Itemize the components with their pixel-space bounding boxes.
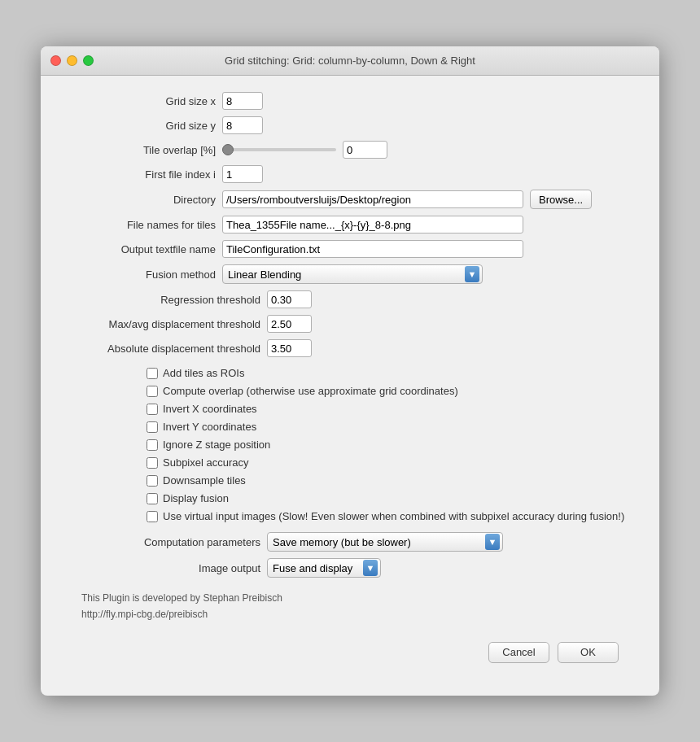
max-avg-displacement-label: Max/avg displacement threshold — [65, 318, 260, 330]
downsample-label: Downsample tiles — [163, 474, 246, 487]
checkbox-subpixel: Subpixel accuracy — [147, 456, 635, 469]
checkbox-ignore-z: Ignore Z stage position — [147, 439, 635, 451]
add-tiles-roi-checkbox[interactable] — [147, 368, 158, 379]
display-fusion-checkbox[interactable] — [147, 493, 158, 504]
fusion-method-label: Fusion method — [65, 268, 216, 281]
absolute-displacement-input[interactable]: 3.50 — [267, 339, 312, 357]
display-fusion-label: Display fusion — [163, 492, 229, 504]
invert-x-label: Invert X coordinates — [163, 403, 257, 415]
max-avg-displacement-input[interactable]: 2.50 — [267, 315, 312, 333]
browse-button[interactable]: Browse... — [530, 190, 592, 209]
computation-params-select[interactable]: Save memory (but be slower) Save computa… — [267, 532, 503, 552]
directory-row: Directory /Users/romboutversluijs/Deskto… — [65, 190, 635, 209]
checkbox-virtual-input: Use virtual input images (Slow! Even slo… — [147, 510, 635, 522]
first-file-index-label: First file index i — [65, 168, 216, 181]
tile-overlap-slider-container — [222, 141, 387, 159]
checkbox-add-tiles-roi: Add tiles as ROIs — [147, 367, 635, 379]
invert-y-label: Invert Y coordinates — [163, 421, 256, 433]
checkbox-invert-y: Invert Y coordinates — [147, 421, 635, 433]
fusion-method-row: Fusion method Linear Blending Average Me… — [65, 264, 635, 284]
first-file-index-input[interactable]: 1 — [222, 165, 263, 183]
cancel-button[interactable]: Cancel — [488, 642, 549, 663]
invert-x-checkbox[interactable] — [147, 404, 158, 415]
invert-y-checkbox[interactable] — [147, 421, 158, 433]
grid-size-x-input[interactable]: 8 — [222, 92, 263, 110]
fusion-method-select[interactable]: Linear Blending Average Median Max. Inte… — [222, 264, 483, 284]
max-avg-displacement-row: Max/avg displacement threshold 2.50 — [65, 315, 635, 333]
file-names-input[interactable]: Thea_1355File name..._{x}-{y}_8-8.png — [222, 216, 523, 234]
downsample-checkbox[interactable] — [147, 475, 158, 487]
output-textfile-row: Output textfile name TileConfiguration.t… — [65, 240, 635, 258]
image-output-row: Image output Fuse and display Write to d… — [65, 558, 635, 578]
regression-threshold-row: Regression threshold 0.30 — [65, 290, 635, 308]
titlebar: Grid stitching: Grid: column-by-column, … — [41, 46, 659, 76]
subpixel-label: Subpixel accuracy — [163, 456, 249, 469]
grid-size-y-row: Grid size y 8 — [65, 116, 635, 134]
footer-line2: http://fly.mpi-cbg.de/preibisch — [81, 607, 619, 622]
directory-label: Directory — [65, 194, 216, 206]
output-textfile-label: Output textfile name — [65, 243, 216, 255]
absolute-displacement-row: Absolute displacement threshold 3.50 — [65, 339, 635, 357]
window-title: Grid stitching: Grid: column-by-column, … — [225, 55, 475, 67]
close-button[interactable] — [50, 55, 61, 66]
computation-params-select-container: Save memory (but be slower) Save computa… — [267, 532, 503, 552]
grid-size-y-label: Grid size y — [65, 120, 216, 132]
file-names-row: File names for tiles Thea_1355File name.… — [65, 216, 635, 234]
ignore-z-checkbox[interactable] — [147, 439, 158, 451]
output-textfile-input[interactable]: TileConfiguration.txt — [222, 240, 523, 258]
ok-button[interactable]: OK — [558, 642, 619, 663]
main-window: Grid stitching: Grid: column-by-column, … — [41, 46, 659, 695]
minimize-button[interactable] — [67, 55, 77, 66]
regression-threshold-label: Regression threshold — [65, 294, 260, 306]
tile-overlap-row: Tile overlap [%] — [65, 141, 635, 159]
checkboxes-section: Add tiles as ROIs Compute overlap (other… — [147, 367, 635, 522]
compute-overlap-checkbox[interactable] — [147, 386, 158, 397]
checkbox-invert-x: Invert X coordinates — [147, 403, 635, 415]
virtual-input-checkbox[interactable] — [147, 511, 158, 522]
footer: This Plugin is developed by Stephan Prei… — [81, 591, 619, 622]
regression-threshold-input[interactable]: 0.30 — [267, 290, 312, 308]
maximize-button[interactable] — [83, 55, 94, 66]
dialog-content: Grid size x 8 Grid size y 8 Tile overlap… — [41, 76, 659, 695]
tile-overlap-label: Tile overlap [%] — [65, 144, 216, 156]
file-names-label: File names for tiles — [65, 219, 216, 231]
image-output-label: Image output — [65, 562, 260, 574]
checkbox-display-fusion: Display fusion — [147, 492, 635, 504]
grid-size-x-row: Grid size x 8 — [65, 92, 635, 110]
computation-params-label: Computation parameters — [65, 536, 260, 548]
directory-input[interactable]: /Users/romboutversluijs/Desktop/region — [222, 190, 523, 208]
footer-line1: This Plugin is developed by Stephan Prei… — [81, 591, 619, 606]
fusion-method-select-container: Linear Blending Average Median Max. Inte… — [222, 264, 483, 284]
window-controls — [50, 55, 94, 66]
grid-size-y-input[interactable]: 8 — [222, 116, 263, 134]
checkbox-downsample: Downsample tiles — [147, 474, 635, 487]
checkbox-compute-overlap: Compute overlap (otherwise use approxima… — [147, 385, 635, 397]
compute-overlap-label: Compute overlap (otherwise use approxima… — [163, 385, 458, 397]
tile-overlap-input[interactable] — [343, 141, 387, 159]
absolute-displacement-label: Absolute displacement threshold — [65, 343, 260, 355]
image-output-select-container: Fuse and display Write to disk Fuse and … — [267, 558, 381, 578]
tile-overlap-slider[interactable] — [222, 148, 336, 151]
add-tiles-roi-label: Add tiles as ROIs — [163, 367, 244, 379]
first-file-index-row: First file index i 1 — [65, 165, 635, 183]
dialog-buttons: Cancel OK — [65, 635, 635, 679]
subpixel-checkbox[interactable] — [147, 457, 158, 469]
computation-params-row: Computation parameters Save memory (but … — [65, 532, 635, 552]
ignore-z-label: Ignore Z stage position — [163, 439, 270, 451]
image-output-select[interactable]: Fuse and display Write to disk Fuse and … — [267, 558, 381, 578]
virtual-input-label: Use virtual input images (Slow! Even slo… — [163, 510, 624, 522]
grid-size-x-label: Grid size x — [65, 95, 216, 107]
